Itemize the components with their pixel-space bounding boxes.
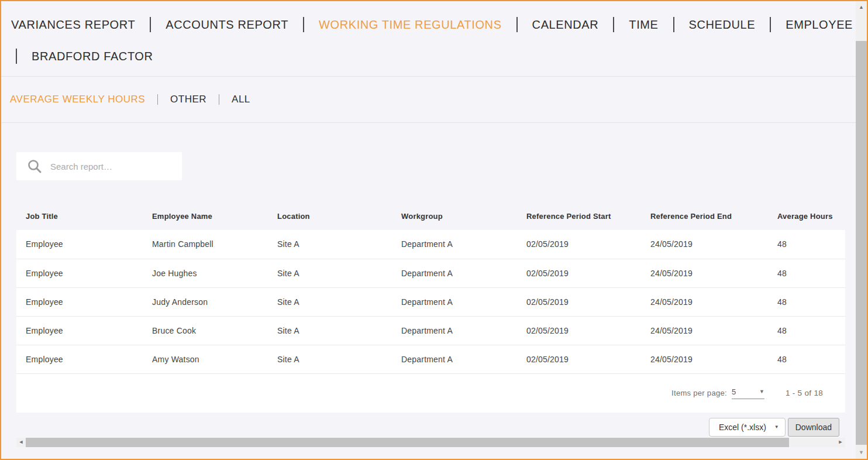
cell-reference-period-end: 24/05/2019 [641,259,768,287]
items-per-page-value: 5 [732,387,736,396]
nav-tab-accounts-report[interactable]: ACCOUNTS REPORT [166,18,288,32]
search-input[interactable] [50,162,175,171]
scroll-left-icon: ◄ [19,440,24,445]
report-table-container: Job Title Employee Name Location Workgro… [16,202,845,413]
nav-tab-employee[interactable]: EMPLOYEE [786,18,853,32]
nav-tab-bradford-factor[interactable]: BRADFORD FACTOR [32,50,153,63]
cell-workgroup: Department A [392,230,517,259]
table-row: Employee Bruce Cook Site A Department A … [16,316,845,345]
nav-separator [303,17,304,32]
table-header-row: Job Title Employee Name Location Workgro… [16,202,845,230]
scroll-down-icon: ▼ [859,450,864,455]
cell-reference-period-start: 02/05/2019 [517,287,641,316]
column-header-employee-name[interactable]: Employee Name [143,202,268,230]
cell-job-title: Employee [16,316,143,345]
sub-navigation: AVERAGE WEEKLY HOURS OTHER ALL [1,77,856,123]
cell-employee-name: Judy Anderson [143,287,268,316]
cell-workgroup: Department A [392,345,517,373]
nav-tab-working-time-regulations[interactable]: WORKING TIME REGULATIONS [319,18,502,32]
cell-job-title: Employee [16,287,143,316]
scroll-down-button[interactable]: ▼ [856,448,867,458]
nav-tab-variances-report[interactable]: VARIANCES REPORT [11,18,135,32]
horizontal-scrollbar-track[interactable] [789,438,836,447]
cell-employee-name: Amy Watson [143,345,268,373]
cell-job-title: Employee [16,230,143,259]
subnav-separator [219,94,219,105]
cell-average-hours: 48 [768,287,845,316]
export-format-value: Excel (*.xlsx) [719,423,766,432]
nav-separator [770,17,771,32]
scroll-right-icon: ► [838,440,843,445]
chevron-down-icon: ▼ [774,425,779,430]
column-header-location[interactable]: Location [268,202,392,230]
scroll-up-button[interactable]: ▲ [856,2,867,12]
top-navigation-row-2: BRADFORD FACTOR [11,47,846,66]
cell-average-hours: 48 [768,259,845,287]
subnav-tab-average-weekly-hours[interactable]: AVERAGE WEEKLY HOURS [10,94,145,105]
cell-reference-period-start: 02/05/2019 [517,345,641,373]
cell-job-title: Employee [16,259,143,287]
items-per-page-label: Items per page: [671,389,727,397]
table-row: Employee Judy Anderson Site A Department… [16,287,845,316]
vertical-scrollbar-thumb[interactable] [856,41,867,445]
cell-average-hours: 48 [768,316,845,345]
cell-workgroup: Department A [392,287,517,316]
top-navigation: VARIANCES REPORT ACCOUNTS REPORT WORKING… [1,1,856,77]
pagination-bar: Items per page: 5 ▼ 1 - 5 of 18 [16,374,845,413]
horizontal-scrollbar[interactable]: ◄ ► [16,438,845,447]
vertical-scrollbar[interactable]: ▲ ▼ [856,1,867,459]
export-bar: Excel (*.xlsx) ▼ Download [1,418,839,437]
cell-workgroup: Department A [392,259,517,287]
nav-separator [16,49,17,64]
column-header-reference-period-start[interactable]: Reference Period Start [517,202,641,230]
items-per-page-select[interactable]: 5 ▼ [732,387,764,399]
nav-separator [673,17,674,32]
cell-employee-name: Joe Hughes [143,259,268,287]
search-box [16,152,182,180]
column-header-job-title[interactable]: Job Title [16,202,143,230]
scroll-right-button[interactable]: ► [836,438,845,447]
cell-workgroup: Department A [392,316,517,345]
nav-separator [516,17,518,32]
download-button[interactable]: Download [788,418,839,437]
scroll-up-icon: ▲ [859,5,864,10]
cell-location: Site A [268,259,392,287]
subnav-tab-all[interactable]: ALL [232,94,250,105]
subnav-separator [157,94,158,105]
nav-separator [150,17,151,32]
cell-location: Site A [268,287,392,316]
table-row: Employee Amy Watson Site A Department A … [16,345,845,373]
cell-reference-period-end: 24/05/2019 [641,230,768,259]
column-header-average-hours[interactable]: Average Hours [768,202,845,230]
main-content: VARIANCES REPORT ACCOUNTS REPORT WORKING… [1,1,856,459]
table-row: Employee Joe Hughes Site A Department A … [16,259,845,287]
table-row: Employee Martin Campbell Site A Departme… [16,230,845,259]
cell-location: Site A [268,316,392,345]
nav-tab-time[interactable]: TIME [629,18,658,32]
cell-reference-period-end: 24/05/2019 [641,316,768,345]
page-range-label: 1 - 5 of 18 [786,389,823,397]
nav-tab-schedule[interactable]: SCHEDULE [689,18,756,32]
search-icon [27,159,42,174]
cell-reference-period-start: 02/05/2019 [517,230,641,259]
chevron-down-icon: ▼ [759,389,764,394]
export-format-select[interactable]: Excel (*.xlsx) ▼ [709,418,786,437]
subnav-tab-other[interactable]: OTHER [170,94,206,105]
cell-reference-period-end: 24/05/2019 [641,287,768,316]
cell-location: Site A [268,230,392,259]
cell-reference-period-start: 02/05/2019 [517,259,641,287]
cell-average-hours: 48 [768,345,845,373]
cell-employee-name: Martin Campbell [143,230,268,259]
cell-employee-name: Bruce Cook [143,316,268,345]
cell-job-title: Employee [16,345,143,373]
cell-average-hours: 48 [768,230,845,259]
column-header-reference-period-end[interactable]: Reference Period End [641,202,768,230]
report-table: Job Title Employee Name Location Workgro… [16,202,845,374]
nav-tab-calendar[interactable]: CALENDAR [532,18,599,32]
nav-separator [613,17,614,32]
scroll-left-button[interactable]: ◄ [16,438,26,447]
column-header-workgroup[interactable]: Workgroup [392,202,517,230]
horizontal-scrollbar-thumb[interactable] [26,438,789,447]
cell-reference-period-end: 24/05/2019 [641,345,768,373]
app-window: { "colors": { "accent": "#EF9C44", "wind… [0,0,868,460]
